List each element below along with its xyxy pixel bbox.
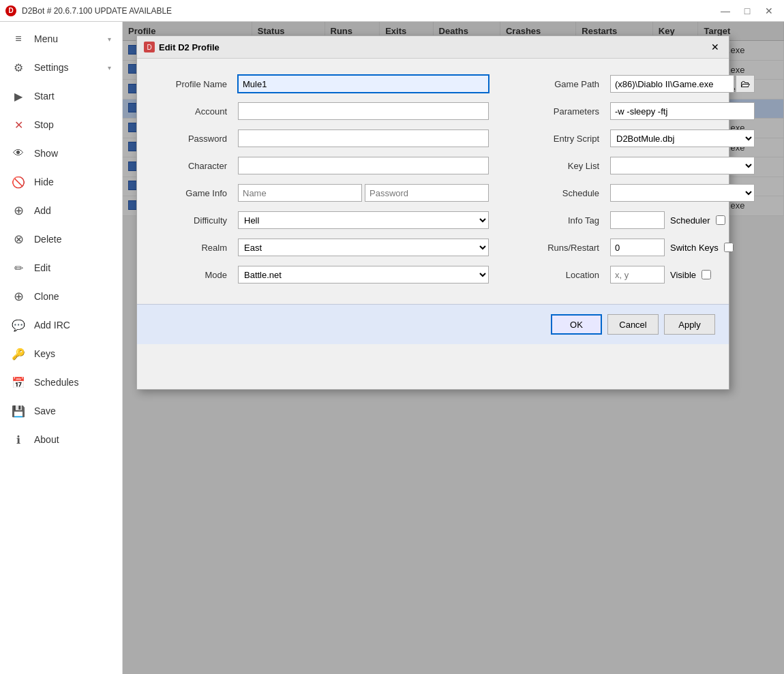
sidebar-item-settings[interactable]: ⚙ Settings ▾ (0, 53, 122, 82)
modal-close-button[interactable]: ✕ (708, 40, 722, 54)
sidebar-item-addirc[interactable]: 💬 Add IRC (0, 311, 122, 339)
title-bar-left: D D2Bot # 20.6.7.100 UPDATE AVAILABLE (5, 5, 172, 16)
cancel-button[interactable]: Cancel (607, 314, 659, 335)
game-info-password-input[interactable] (365, 184, 489, 202)
runs-restart-label: Runs/Restart (530, 243, 605, 253)
window-controls: — □ ✕ (716, 3, 779, 18)
character-row: Character (157, 157, 489, 174)
difficulty-select[interactable]: Hell Nightmare Normal (238, 211, 489, 229)
realm-row: Realm East West Europe Asia (157, 239, 489, 256)
difficulty-row: Difficulty Hell Nightmare Normal (157, 211, 489, 229)
sidebar-label-addirc: Add IRC (34, 320, 70, 331)
add-icon: ⊕ (11, 203, 26, 218)
scheduler-label-text: Scheduler (670, 215, 710, 226)
sidebar-item-schedules[interactable]: 📅 Schedules (0, 368, 122, 397)
browse-button[interactable]: 🗁 (736, 75, 755, 93)
account-input[interactable] (238, 102, 489, 120)
app-title: D2Bot # 20.6.7.100 UPDATE AVAILABLE (22, 6, 172, 16)
difficulty-label: Difficulty (157, 215, 232, 226)
location-row: Location Visible (530, 266, 755, 284)
game-info-inputs (238, 184, 489, 202)
sidebar-label-save: Save (34, 405, 56, 416)
sidebar-label-start: Start (34, 91, 55, 102)
key-list-select[interactable] (610, 157, 755, 174)
password-input[interactable] (238, 129, 489, 147)
mode-row: Mode Battle.net Open Battle.net Single P… (157, 266, 489, 284)
apply-button[interactable]: Apply (664, 314, 715, 335)
profile-name-row: Profile Name (157, 75, 489, 93)
minimize-button[interactable]: — (716, 3, 735, 18)
runs-restart-inline: Switch Keys (610, 239, 734, 256)
mode-label: Mode (157, 270, 232, 280)
profile-name-input[interactable] (238, 75, 489, 93)
password-row: Password (157, 129, 489, 147)
maximize-button[interactable]: □ (738, 3, 757, 18)
sidebar-label-schedules: Schedules (34, 377, 78, 388)
stop-icon: ✕ (11, 117, 26, 132)
sidebar-item-menu[interactable]: ≡ Menu ▾ (0, 25, 122, 53)
sidebar: ≡ Menu ▾ ⚙ Settings ▾ ▶ Start ✕ Stop 👁 S… (0, 22, 123, 674)
modal-footer: OK Cancel Apply (137, 304, 729, 344)
sidebar-item-clone[interactable]: ⊕ Clone (0, 282, 122, 311)
sidebar-item-add[interactable]: ⊕ Add (0, 196, 122, 225)
form-grid: Profile Name Account Password (157, 75, 708, 293)
sidebar-item-keys[interactable]: 🔑 Keys (0, 339, 122, 368)
parameters-input[interactable] (610, 102, 755, 120)
location-label: Location (530, 270, 605, 280)
schedule-select[interactable] (610, 184, 755, 202)
sidebar-item-edit[interactable]: ✏ Edit (0, 254, 122, 282)
menu-arrow: ▾ (108, 35, 111, 43)
settings-arrow: ▾ (108, 64, 111, 72)
mode-select[interactable]: Battle.net Open Battle.net Single Player… (238, 266, 489, 284)
sidebar-item-about[interactable]: ℹ About (0, 425, 122, 454)
visible-label-text: Visible (670, 270, 696, 280)
character-input[interactable] (238, 157, 489, 174)
sidebar-item-start[interactable]: ▶ Start (0, 82, 122, 110)
modal-title-left: D Edit D2 Profile (144, 42, 220, 52)
modal-body: Profile Name Account Password (137, 59, 729, 304)
modal-title-text: Edit D2 Profile (159, 42, 220, 52)
game-info-name-input[interactable] (238, 184, 362, 202)
game-info-label: Game Info (157, 188, 232, 198)
switch-keys-checkbox[interactable] (724, 243, 734, 252)
runs-restart-input[interactable] (610, 239, 665, 256)
sidebar-label-clone: Clone (34, 291, 59, 302)
info-tag-label: Info Tag (530, 215, 605, 226)
sidebar-label-add: Add (34, 205, 51, 216)
sidebar-item-hide[interactable]: 🚫 Hide (0, 168, 122, 196)
sidebar-label-about: About (34, 434, 59, 445)
addirc-icon: 💬 (11, 318, 26, 333)
info-tag-input[interactable] (610, 211, 665, 229)
password-label: Password (157, 134, 232, 144)
entry-script-select[interactable]: D2BotMule.dbj D2BotLead.dbj D2BotFollow.… (610, 129, 755, 147)
game-path-row: Game Path 🗁 (530, 75, 755, 93)
ok-button[interactable]: OK (551, 314, 602, 335)
game-path-input[interactable] (610, 75, 734, 93)
scheduler-checkbox[interactable] (716, 215, 725, 225)
realm-select[interactable]: East West Europe Asia (238, 239, 489, 256)
realm-label: Realm (157, 243, 232, 253)
schedule-row: Schedule (530, 184, 755, 202)
parameters-label: Parameters (530, 106, 605, 117)
save-icon: 💾 (11, 403, 26, 418)
visible-checkbox[interactable] (702, 270, 711, 279)
sidebar-item-show[interactable]: 👁 Show (0, 139, 122, 168)
sidebar-item-stop[interactable]: ✕ Stop (0, 110, 122, 139)
main-content: Profile Status Runs Exits Deaths Crashes… (123, 22, 784, 674)
game-info-row: Game Info (157, 184, 489, 202)
close-button[interactable]: ✕ (759, 3, 779, 18)
game-path-container: 🗁 (610, 75, 755, 93)
modal-overlay: D Edit D2 Profile ✕ Profile Name (123, 22, 784, 674)
sidebar-item-delete[interactable]: ⊗ Delete (0, 225, 122, 254)
edit-profile-modal: D Edit D2 Profile ✕ Profile Name (136, 35, 729, 390)
modal-app-icon: D (144, 42, 155, 52)
sidebar-item-save[interactable]: 💾 Save (0, 397, 122, 425)
info-tag-inline: Scheduler (610, 211, 725, 229)
start-icon: ▶ (11, 89, 26, 104)
location-inline: Visible (610, 266, 711, 284)
account-row: Account (157, 102, 489, 120)
entry-script-label: Entry Script (530, 134, 605, 144)
location-input[interactable] (610, 266, 665, 284)
hide-icon: 🚫 (11, 174, 26, 189)
schedules-icon: 📅 (11, 375, 26, 390)
